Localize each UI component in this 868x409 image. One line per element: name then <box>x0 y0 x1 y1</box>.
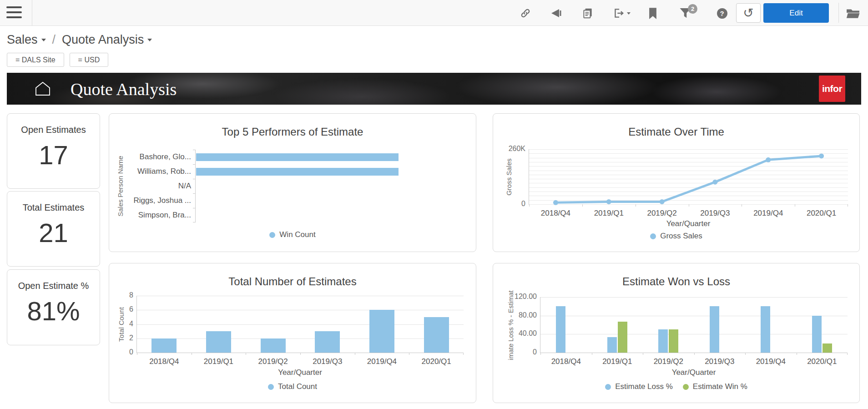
help-icon[interactable]: ? <box>715 6 729 20</box>
chart-legend: Gross Sales <box>493 232 859 241</box>
gridline <box>540 316 848 316</box>
x-category-label: 2019/Q4 <box>742 209 795 218</box>
data-point[interactable] <box>606 199 611 204</box>
x-category-label: 2018/Q4 <box>137 357 192 366</box>
filter-chips: = DALS Site = USD <box>7 53 108 67</box>
gridline <box>137 310 464 310</box>
home-icon[interactable] <box>34 81 51 98</box>
edit-button[interactable]: Edit <box>763 3 829 23</box>
bar[interactable] <box>196 168 399 176</box>
axis-tick <box>592 353 592 355</box>
bar[interactable] <box>261 338 286 353</box>
plot-area: 260K02018/Q42019/Q12019/Q22019/Q32019/Q4… <box>529 149 848 205</box>
axis-tick <box>193 164 196 165</box>
axis-tick <box>636 204 636 207</box>
bar[interactable] <box>151 338 177 353</box>
kpi-value: 81% <box>7 296 100 326</box>
bar[interactable] <box>812 316 822 353</box>
chart-title: Total Number of Estimates <box>109 275 476 288</box>
gridline <box>137 324 464 325</box>
export-icon[interactable] <box>611 6 632 20</box>
bar[interactable] <box>206 331 231 353</box>
chart-legend: Win Count <box>109 230 476 239</box>
kpi-label: Total Estimates <box>7 202 100 213</box>
legend-dot <box>268 384 274 390</box>
legend-item[interactable]: Gross Sales <box>650 232 702 241</box>
filter-chip-currency[interactable]: = USD <box>70 53 109 67</box>
y-axis-label: Sales Person Name <box>116 156 124 216</box>
x-axis-label: Year/Quarter <box>529 219 848 228</box>
filter-chip-site[interactable]: = DALS Site <box>7 53 64 67</box>
bar[interactable] <box>369 310 394 353</box>
bar[interactable] <box>424 317 449 353</box>
x-category-label: 2019/Q1 <box>192 357 246 366</box>
axis-tick <box>246 353 246 355</box>
x-category-label: 2019/Q4 <box>355 357 409 366</box>
bar[interactable] <box>658 329 668 353</box>
kpi-open-estimate-pct: Open Estimate % 81% <box>7 269 100 345</box>
refresh-button[interactable]: ↺ <box>736 3 761 23</box>
bar[interactable] <box>710 306 719 353</box>
bar[interactable] <box>618 322 627 353</box>
hamburger-menu-icon[interactable] <box>6 6 22 19</box>
category-label: N/A <box>178 181 191 191</box>
line-series <box>529 149 848 204</box>
legend-label: Gross Sales <box>660 232 702 241</box>
legend-label: Estimate Loss % <box>615 382 673 391</box>
chart-title: Top 5 Performers of Estimate <box>109 126 476 138</box>
axis-tick <box>795 204 795 207</box>
kpi-value: 17 <box>7 140 100 170</box>
legend-item[interactable]: Estimate Loss % <box>605 382 673 391</box>
bar[interactable] <box>823 343 832 353</box>
axis-tick <box>300 353 301 355</box>
data-point[interactable] <box>712 180 717 185</box>
legend-item[interactable]: Estimate Win % <box>683 382 747 391</box>
breadcrumb-quote-analysis[interactable]: Quote Analysis <box>62 33 152 47</box>
announce-megaphone-icon[interactable] <box>550 6 563 20</box>
kpi-label: Open Estimate % <box>7 281 100 291</box>
bar[interactable] <box>669 329 678 353</box>
data-point[interactable] <box>660 199 665 204</box>
folder-icon[interactable] <box>846 6 860 20</box>
axis-tick <box>355 353 355 355</box>
x-axis-label: Year/Quarter <box>136 368 464 377</box>
x-category-label: 2020/Q1 <box>409 357 464 366</box>
axis-tick <box>797 353 797 355</box>
legend-label: Total Count <box>278 382 317 391</box>
axis-tick <box>643 353 643 355</box>
gridline <box>540 297 848 298</box>
axis-tick <box>193 208 196 208</box>
axis-tick <box>694 353 695 355</box>
x-category-label: 2019/Q2 <box>643 357 694 366</box>
y-tick-label: 260K <box>493 145 525 153</box>
bar[interactable] <box>761 306 770 353</box>
legend-item[interactable]: Win Count <box>269 230 315 239</box>
bar[interactable] <box>607 337 617 353</box>
breadcrumb-sales[interactable]: Sales <box>7 33 46 47</box>
category-label: Bashore, Glo... <box>140 152 191 162</box>
copy-pages-icon[interactable] <box>581 6 595 20</box>
data-point[interactable] <box>553 200 558 205</box>
x-category-label: 2019/Q2 <box>636 209 689 218</box>
axis-tick <box>137 353 137 355</box>
data-point[interactable] <box>766 157 771 162</box>
y-axis-label: Gross Sales <box>505 158 513 196</box>
axis-tick <box>742 204 742 207</box>
y-tick-label: 0 <box>504 348 537 356</box>
data-point[interactable] <box>819 153 824 158</box>
bar[interactable] <box>196 153 399 161</box>
category-label: Riggs, Joshua ... <box>133 196 191 206</box>
bar[interactable] <box>315 331 340 353</box>
toolbar-divider <box>838 3 839 23</box>
bar[interactable] <box>556 306 565 353</box>
filter-icon[interactable]: 2 <box>675 6 696 20</box>
legend-dot <box>605 384 611 390</box>
bookmark-icon[interactable] <box>646 6 660 20</box>
y-tick-label: 6 <box>101 305 133 313</box>
category-label: Williams, Rob... <box>137 167 191 177</box>
legend-item[interactable]: Total Count <box>268 382 317 391</box>
x-category-label: 2019/Q1 <box>592 357 643 366</box>
share-link-icon[interactable] <box>519 6 532 20</box>
plot-area: 864202018/Q42019/Q12019/Q22019/Q32019/Q4… <box>136 296 464 353</box>
y-tick-label: 80.00 <box>504 311 537 319</box>
